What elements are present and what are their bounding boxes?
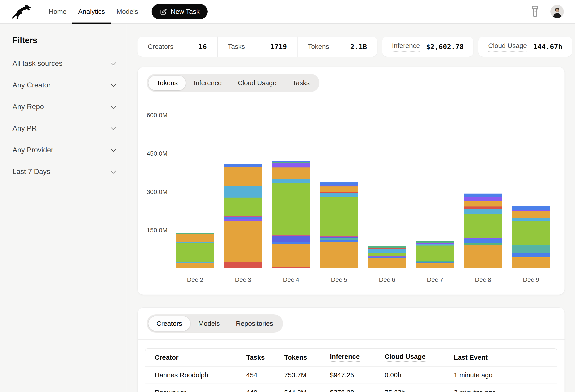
chevron-down-icon [111,104,116,109]
filter-dropdown-any-provider[interactable]: Any Provider [13,146,115,154]
stats-row: Creators 16 Tasks 1719 Tokens 2.1B Infer… [138,37,565,57]
bar-segment-green [416,245,454,261]
tab-cloud-usage[interactable]: Cloud Usage [230,76,284,90]
bar-segment-royalblue [512,206,550,210]
bar-segment-green [368,253,406,256]
stat-tasks-label: Tasks [228,43,245,50]
stacked-bar-dec-2[interactable] [176,233,214,268]
cell-creator: Hannes Roodolph [155,371,246,379]
breakdown-card-header: CreatorsModelsRepositories [138,308,565,340]
stat-cloud-usage-card: Cloud Usage 144.67h [478,37,572,57]
main-nav: Home Analytics Models [43,0,144,23]
bar-segment-royalblue [224,217,262,219]
stat-creators-label: Creators [148,43,173,50]
table-row[interactable]: Rooviewer440544.3M$376.2875.23h3 minutes… [145,384,557,392]
column-header-creator: Creator [155,354,179,361]
stat-inference-card: Inference $2,602.78 [382,37,474,57]
y-axis-tick-label: 600.0M [147,112,178,119]
bar-segment-seagreen [464,243,502,245]
column-header-tokens: Tokens [284,354,307,361]
bar-segment-royalblue [272,242,310,244]
filter-dropdown-any-pr[interactable]: Any PR [13,124,115,132]
stacked-bar-dec-7[interactable] [416,241,454,268]
cell-last_event: 1 minute ago [454,371,557,379]
breakdown-card: CreatorsModelsRepositories CreatorTasksT… [138,307,565,392]
tab-tasks[interactable]: Tasks [285,76,318,90]
bar-segment-orange [176,263,214,268]
filter-label: All task sources [13,59,63,67]
bar-segment-seagreen [368,246,406,248]
x-axis-tick-label: Dec 9 [512,276,550,283]
filter-dropdown-any-creator[interactable]: Any Creator [13,81,115,89]
bar-segment-royalblue [464,194,502,197]
stacked-bar-dec-9[interactable] [512,206,550,268]
column-header-last-event: Last Event [454,354,488,361]
cell-cloud: 0.00h [384,371,454,379]
filter-dropdown-all-task-sources[interactable]: All task sources [13,59,115,67]
cell-creator: Rooviewer [155,389,246,392]
table-row[interactable]: Hannes Roodolph454753.7M$947.250.00h1 mi… [145,367,557,384]
stat-cloud-usage-label[interactable]: Cloud Usage [488,42,527,51]
nav-models[interactable]: Models [111,0,144,23]
analytics-page: Home Analytics Models New Task [0,0,575,392]
x-axis-tick-label: Dec 8 [464,276,502,283]
stat-creators-value: 16 [198,43,207,51]
bar-segment-purple [464,197,502,201]
filter-dropdown-any-repo[interactable]: Any Repo [13,103,115,111]
stacked-bar-dec-4[interactable] [272,161,310,268]
cell-tasks: 454 [246,371,284,379]
stacked-bar-dec-5[interactable] [320,182,358,268]
nav-analytics[interactable]: Analytics [72,0,111,23]
bar-segment-skyblue [224,186,262,197]
bar-segment-purple [224,219,262,221]
cell-inference: $376.28 [330,389,384,392]
stat-tokens: Tokens 2.1B [297,37,377,57]
flashlight-icon[interactable] [530,6,540,17]
tab-inference[interactable]: Inference [186,76,230,90]
column-header-cloud-usage[interactable]: Cloud Usage [384,353,426,362]
topbar: Home Analytics Models New Task [0,0,575,24]
bar-segment-skyblue [368,249,406,253]
filter-label: Last 7 Days [13,168,50,176]
stat-cloud-usage-value: 144.67h [533,43,562,51]
edit-icon [160,8,167,15]
bar-segment-orange [464,245,502,268]
stat-creators: Creators 16 [138,37,217,57]
chevron-down-icon [111,60,116,65]
chevron-down-icon [111,82,116,87]
stat-inference-label[interactable]: Inference [392,42,420,51]
breakdown-tabs: CreatorsModelsRepositories [147,314,283,333]
filters-sidebar: Filters All task sourcesAny CreatorAny R… [0,24,126,392]
bar-segment-skyblue [272,179,310,183]
bar-segment-green [272,183,310,235]
filter-list: All task sourcesAny CreatorAny RepoAny P… [13,59,115,176]
stacked-bar-dec-3[interactable] [224,164,262,268]
filter-label: Any PR [13,124,37,132]
bar-segment-orange [512,257,550,268]
tab-tokens[interactable]: Tokens [148,76,186,90]
user-avatar[interactable] [551,5,564,18]
table-body: Hannes Roodolph454753.7M$947.250.00h1 mi… [145,367,557,392]
bar-segment-orange [272,168,310,178]
tab-models[interactable]: Models [190,316,228,331]
bar-segment-green [464,214,502,238]
x-axis-tick-label: Dec 5 [320,276,358,283]
stacked-bar-dec-6[interactable] [368,246,406,268]
bar-segment-green [176,243,214,262]
filter-label: Any Creator [13,81,51,89]
bar-segment-orange [512,211,550,218]
new-task-button[interactable]: New Task [152,4,208,19]
bar-segment-royalblue [512,253,550,257]
column-header-inference[interactable]: Inference [330,353,359,362]
tab-creators[interactable]: Creators [148,316,190,331]
kangaroo-logo[interactable] [11,4,32,19]
filter-dropdown-last-7-days[interactable]: Last 7 Days [13,168,115,176]
bar-segment-orange [272,244,310,267]
tab-repositories[interactable]: Repositories [228,316,281,331]
stacked-bar-dec-8[interactable] [464,194,502,268]
chevron-down-icon [111,168,116,174]
nav-home[interactable]: Home [43,0,72,23]
y-axis-tick-label: 300.0M [147,188,178,196]
cell-tasks: 440 [246,389,284,392]
creators-table: CreatorTasksTokensInferenceCloud UsageLa… [145,348,557,392]
